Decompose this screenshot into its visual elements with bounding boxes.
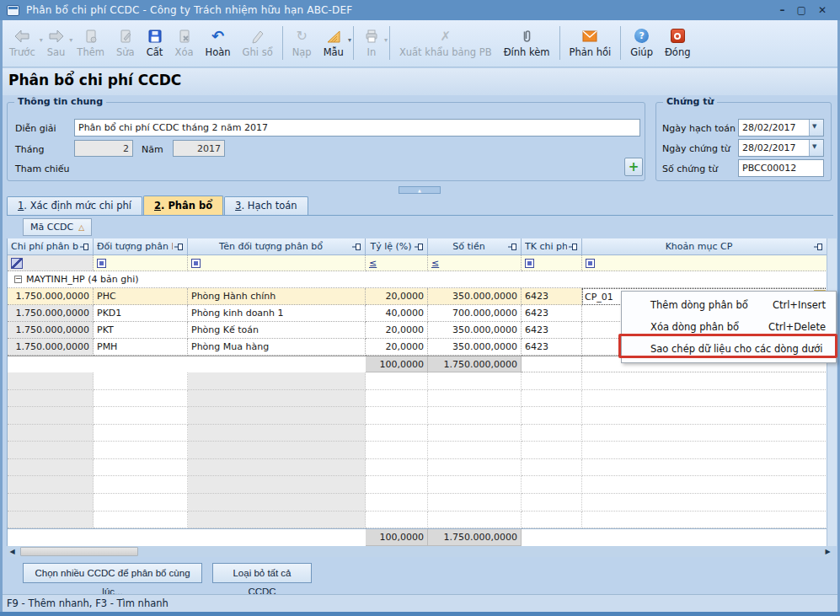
cell-account[interactable]: 6423 bbox=[522, 305, 582, 322]
filter-condition-icon[interactable] bbox=[97, 259, 106, 268]
toolbar-giup[interactable]: ? Giúp bbox=[624, 26, 659, 60]
cell-amount[interactable]: 350.000,0000 bbox=[428, 339, 522, 356]
empty-cell[interactable] bbox=[188, 494, 366, 512]
cell-amount[interactable]: 700.000,0000 bbox=[428, 305, 522, 322]
cell-code[interactable]: PHC bbox=[94, 288, 188, 305]
empty-cell[interactable] bbox=[428, 372, 522, 390]
vertical-scrollbar[interactable] bbox=[827, 238, 837, 546]
cell-amount[interactable]: 350.000,0000 bbox=[428, 322, 522, 339]
empty-cell[interactable] bbox=[94, 459, 188, 477]
empty-cell[interactable] bbox=[94, 442, 188, 459]
collapse-icon[interactable] bbox=[14, 276, 22, 283]
dien-giai-input[interactable]: Phân bổ chi phí CCDC tháng 2 năm 2017 bbox=[74, 119, 640, 137]
column-header-ty-le[interactable]: Tỷ lệ (%) bbox=[366, 238, 428, 255]
minimize-button[interactable]: – bbox=[780, 0, 785, 20]
empty-cell[interactable] bbox=[8, 390, 94, 408]
ngay-hach-toan-combo[interactable]: 28/02/2017 bbox=[738, 119, 824, 137]
filter-cell-ty-le[interactable]: ≤ bbox=[366, 255, 428, 271]
empty-cell[interactable] bbox=[94, 425, 188, 442]
cell-rate[interactable]: 20,0000 bbox=[366, 339, 428, 356]
empty-cell[interactable] bbox=[366, 425, 428, 442]
empty-cell[interactable] bbox=[188, 512, 366, 529]
filter-condition-icon[interactable] bbox=[525, 259, 534, 268]
empty-cell[interactable] bbox=[188, 390, 366, 408]
filter-condition-icon[interactable] bbox=[191, 259, 201, 268]
cell-code[interactable]: PKD1 bbox=[94, 305, 188, 322]
chevron-down-icon[interactable] bbox=[809, 120, 823, 136]
cell-name[interactable]: Phòng Hành chính bbox=[188, 288, 366, 305]
empty-cell[interactable] bbox=[522, 494, 582, 512]
filter-cell-doi-tuong[interactable] bbox=[94, 255, 188, 271]
collapse-splitter-handle[interactable] bbox=[399, 186, 441, 194]
column-header-chi-phi-phan-bo[interactable]: Chi phí phân bổ bbox=[8, 238, 94, 255]
filter-cell-so-tien[interactable]: ≤ bbox=[428, 255, 522, 271]
empty-cell[interactable] bbox=[522, 512, 582, 529]
maximize-button[interactable]: ▢ bbox=[797, 0, 806, 20]
empty-cell[interactable] bbox=[582, 425, 827, 442]
menu-item-them-dong-phan-bo[interactable]: Thêm dòng phân bổ Ctrl+Insert bbox=[622, 294, 836, 316]
empty-cell[interactable] bbox=[8, 512, 94, 529]
empty-cell[interactable] bbox=[8, 494, 94, 512]
empty-cell[interactable] bbox=[366, 442, 428, 459]
grid-group-row[interactable]: MAYTINH_HP (4 bản ghi) bbox=[8, 271, 827, 288]
ngay-chung-tu-combo[interactable]: 28/02/2017 bbox=[738, 139, 824, 157]
tham-chieu-add-button[interactable]: + bbox=[624, 158, 643, 176]
empty-cell[interactable] bbox=[428, 390, 522, 408]
filter-cell-tk-chi-phi[interactable] bbox=[522, 255, 582, 271]
group-by-ma-ccdc-button[interactable]: Mã CCDC△ bbox=[23, 218, 92, 236]
empty-cell[interactable] bbox=[522, 407, 582, 425]
toolbar-dinh-kem[interactable]: Đính kèm bbox=[498, 26, 556, 60]
empty-cell[interactable] bbox=[366, 459, 428, 477]
cell-cost[interactable]: 1.750.000,0000 bbox=[8, 288, 94, 305]
filter-cell-ten-doi-tuong[interactable] bbox=[188, 255, 366, 271]
empty-cell[interactable] bbox=[94, 372, 188, 390]
less-equal-operator-icon[interactable]: ≤ bbox=[431, 259, 439, 268]
empty-cell[interactable] bbox=[94, 390, 188, 408]
toolbar-phan-hoi[interactable]: Phản hồi bbox=[564, 26, 618, 60]
close-button[interactable]: ✕ bbox=[818, 0, 827, 20]
empty-cell[interactable] bbox=[188, 442, 366, 459]
filter-condition-icon[interactable] bbox=[586, 259, 595, 268]
empty-cell[interactable] bbox=[366, 390, 428, 408]
tab-xac-dinh-muc-chi-phi[interactable]: 1. Xác định mức chi phí bbox=[7, 196, 142, 215]
cell-code[interactable]: PMH bbox=[94, 339, 188, 356]
chevron-down-icon[interactable] bbox=[809, 140, 823, 156]
cell-amount[interactable]: 350.000,0000 bbox=[428, 288, 522, 305]
toolbar-dong[interactable]: Đóng bbox=[659, 26, 697, 60]
empty-cell[interactable] bbox=[8, 442, 94, 459]
scroll-left-arrow-icon[interactable]: ◀ bbox=[7, 546, 18, 557]
empty-cell[interactable] bbox=[582, 390, 827, 408]
empty-cell[interactable] bbox=[94, 476, 188, 494]
cell-cost[interactable]: 1.750.000,0000 bbox=[8, 305, 94, 322]
empty-cell[interactable] bbox=[188, 407, 366, 425]
tab-phan-bo[interactable]: 2. Phân bổ bbox=[143, 196, 223, 215]
cell-cost[interactable]: 1.750.000,0000 bbox=[8, 322, 94, 339]
scroll-right-arrow-icon[interactable]: ▶ bbox=[822, 546, 833, 557]
filter-cell-khoan-muc[interactable] bbox=[582, 255, 827, 271]
cell-name[interactable]: Phòng Mua hàng bbox=[188, 339, 366, 356]
cell-rate[interactable]: 20,0000 bbox=[366, 322, 428, 339]
empty-cell[interactable] bbox=[8, 459, 94, 477]
column-header-tk-chi-phi[interactable]: TK chi phí bbox=[522, 238, 582, 255]
cell-name[interactable]: Phòng Kế toán bbox=[188, 322, 366, 339]
empty-cell[interactable] bbox=[582, 407, 827, 425]
cell-rate[interactable]: 20,0000 bbox=[366, 288, 428, 305]
empty-cell[interactable] bbox=[366, 494, 428, 512]
empty-cell[interactable] bbox=[428, 476, 522, 494]
toolbar-hoan[interactable]: ↶ Hoàn bbox=[200, 26, 237, 60]
column-header-khoan-muc-cp[interactable]: Khoản mục CP bbox=[582, 238, 827, 255]
remove-all-ccdc-button[interactable]: Loại bỏ tất cả CCDC bbox=[212, 563, 312, 583]
empty-cell[interactable] bbox=[366, 512, 428, 529]
horizontal-scrollbar[interactable]: ◀ ▶ bbox=[7, 546, 833, 557]
empty-cell[interactable] bbox=[582, 512, 827, 529]
select-multiple-ccdc-button[interactable]: Chọn nhiều CCDC để phân bổ cùng lúc... bbox=[23, 563, 202, 583]
toolbar-mau[interactable]: Mẫu ▾ bbox=[318, 26, 350, 60]
empty-cell[interactable] bbox=[188, 459, 366, 477]
empty-cell[interactable] bbox=[8, 372, 94, 390]
empty-cell[interactable] bbox=[522, 442, 582, 459]
filter-cell-chi-phi[interactable] bbox=[8, 255, 94, 271]
less-equal-operator-icon[interactable]: ≤ bbox=[369, 259, 377, 268]
empty-cell[interactable] bbox=[188, 372, 366, 390]
empty-cell[interactable] bbox=[582, 442, 827, 459]
cell-account[interactable]: 6423 bbox=[522, 322, 582, 339]
